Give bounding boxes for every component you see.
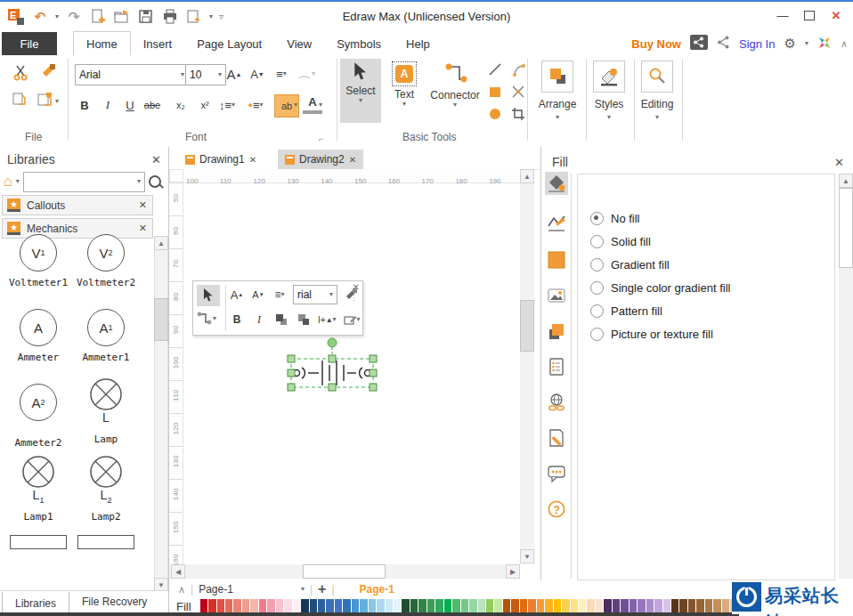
close-mechanics-icon[interactable]: ✕ — [139, 223, 147, 234]
crop-icon[interactable] — [511, 107, 525, 124]
connector-tool-button[interactable]: Connector ▾ — [426, 59, 484, 123]
editing-button[interactable]: Editing ▾ — [636, 61, 678, 121]
strikethrough-button[interactable]: abe — [142, 94, 162, 116]
symbol-ammeter2[interactable]: A2 Ammeter2 — [7, 384, 69, 449]
subscript-button[interactable]: x₂ — [171, 94, 191, 116]
palette-swatch[interactable] — [284, 599, 291, 613]
minimize-button[interactable]: — — [769, 5, 796, 25]
symbol-rect1[interactable] — [7, 535, 69, 549]
libraries-scrollbar[interactable] — [154, 236, 168, 592]
palette-swatch[interactable] — [688, 599, 695, 613]
tab-view[interactable]: View — [274, 32, 324, 55]
fill-panel-close-icon[interactable]: ✕ — [834, 156, 844, 169]
font-size-combo[interactable]: 10▾ — [185, 64, 226, 85]
font-family-combo[interactable]: Arial▾ — [75, 64, 189, 85]
palette-swatch[interactable] — [537, 599, 544, 613]
add-page-button[interactable]: + — [318, 581, 326, 597]
quick-color-icon[interactable] — [545, 248, 568, 272]
select-tool-button[interactable]: Select ▾ — [340, 59, 381, 123]
gear-icon[interactable]: ⚙ — [784, 36, 795, 52]
highlight-dropdown-icon[interactable]: ▾ — [294, 101, 297, 109]
palette-swatch[interactable] — [444, 599, 451, 613]
cross-icon[interactable] — [511, 85, 525, 101]
paste-icon[interactable] — [36, 91, 53, 111]
symbol-ammeter[interactable]: A Ammeter — [7, 309, 69, 363]
canvas-scroll-down-icon[interactable]: ▼ — [520, 549, 534, 563]
palette-swatch[interactable] — [562, 599, 569, 613]
library-section-callouts[interactable]: ★ Callouts ✕ — [2, 195, 153, 215]
palette-swatch[interactable] — [705, 599, 712, 613]
palette-swatch[interactable] — [242, 599, 249, 613]
page-dropdown[interactable]: Page-1 — [199, 583, 233, 596]
tab-help[interactable]: Help — [394, 32, 443, 55]
mini-send-backward-icon[interactable] — [296, 310, 312, 329]
mini-bold-button[interactable]: B — [229, 310, 245, 329]
palette-swatch[interactable] — [613, 599, 620, 613]
palette-swatch[interactable] — [208, 599, 215, 613]
symbol-voltmeter1[interactable]: V1 Voltmeter1 — [7, 234, 69, 288]
palette-swatch[interactable] — [596, 599, 603, 613]
note-icon[interactable] — [545, 426, 568, 450]
mini-select-button[interactable] — [197, 285, 220, 306]
palette-swatch[interactable] — [604, 599, 611, 613]
page-tab-active[interactable]: Page-1 — [360, 583, 394, 596]
bold-button[interactable]: B — [75, 94, 94, 116]
palette-swatch[interactable] — [646, 599, 654, 613]
tab-symbols[interactable]: Symbols — [324, 32, 394, 55]
doc-tab-drawing1[interactable]: Drawing1 ✕ — [178, 150, 264, 169]
bullet-list-icon[interactable]: ●≡▾ — [246, 94, 265, 116]
palette-swatch[interactable] — [352, 599, 359, 613]
sign-in-link[interactable]: Sign In — [739, 37, 775, 51]
palette-swatch[interactable] — [621, 599, 628, 613]
shadow-icon[interactable] — [545, 320, 568, 343]
tab-home[interactable]: Home — [73, 31, 131, 56]
symbol-lamp[interactable]: L Lamp — [75, 377, 137, 445]
fill-option-picture[interactable]: Picture or texture fill — [590, 328, 713, 341]
maximize-button[interactable] — [796, 5, 823, 25]
close-tab-icon[interactable]: ✕ — [249, 155, 256, 165]
buy-now-link[interactable]: Buy Now — [631, 37, 681, 51]
tab-insert[interactable]: Insert — [131, 32, 185, 55]
palette-swatch[interactable] — [200, 599, 207, 613]
palette-swatch[interactable] — [679, 599, 686, 613]
mini-increase-font-icon[interactable]: A▲ — [229, 285, 245, 304]
symbol-lamp1[interactable]: L1 Lamp1 — [7, 454, 69, 523]
scroll-up-icon[interactable]: ▲ — [154, 236, 168, 250]
palette-swatch[interactable] — [326, 599, 333, 613]
canvas-scroll-up-icon[interactable]: ▲ — [520, 169, 534, 183]
decrease-font-icon[interactable]: A▼ — [248, 63, 267, 85]
selected-shape-battery[interactable] — [283, 336, 381, 397]
collapse-ribbon-icon[interactable]: ∧ — [841, 38, 848, 50]
symbol-rect2[interactable] — [75, 535, 137, 549]
mini-size-icon[interactable]: I+▲▾ — [318, 310, 337, 329]
palette-swatch[interactable] — [276, 599, 283, 613]
palette-swatch[interactable] — [418, 599, 426, 613]
fill-bucket-icon[interactable] — [545, 172, 568, 195]
palette-swatch[interactable] — [638, 599, 645, 613]
palette-swatch[interactable] — [663, 599, 670, 613]
libraries-scroll-thumb[interactable] — [154, 298, 168, 341]
fill-option-pattern[interactable]: Pattern fill — [590, 304, 662, 318]
mini-font-combo[interactable]: rial▾ — [293, 285, 337, 304]
palette-swatch[interactable] — [427, 599, 435, 613]
text-tool-button[interactable]: A Text ▾ — [386, 59, 422, 123]
paste-dropdown-icon[interactable]: ▾ — [55, 98, 59, 105]
palette-swatch[interactable] — [722, 599, 729, 613]
picture-icon[interactable] — [545, 284, 568, 307]
canvas-scroll-left-icon[interactable]: ◀ — [171, 564, 185, 579]
fill-scroll-thumb[interactable] — [839, 188, 853, 268]
canvas-v-thumb[interactable] — [520, 300, 534, 352]
doc-tab-drawing2[interactable]: Drawing2 ✕ — [278, 150, 363, 169]
palette-swatch[interactable] — [654, 599, 662, 613]
mini-toolbar-handle[interactable]: ⋮ — [350, 296, 358, 299]
help-icon[interactable]: ? — [545, 498, 568, 521]
search-icon[interactable] — [149, 175, 161, 188]
symbol-ammeter1[interactable]: A1 Ammeter1 — [75, 309, 137, 363]
circle-icon[interactable] — [488, 107, 502, 124]
palette-swatch[interactable] — [696, 599, 703, 613]
mini-decrease-font-icon[interactable]: A▼ — [250, 285, 266, 304]
palette-swatch[interactable] — [335, 599, 342, 613]
palette-swatch[interactable] — [293, 599, 300, 613]
palette-swatch[interactable] — [520, 599, 527, 613]
palette-swatch[interactable] — [360, 599, 367, 613]
